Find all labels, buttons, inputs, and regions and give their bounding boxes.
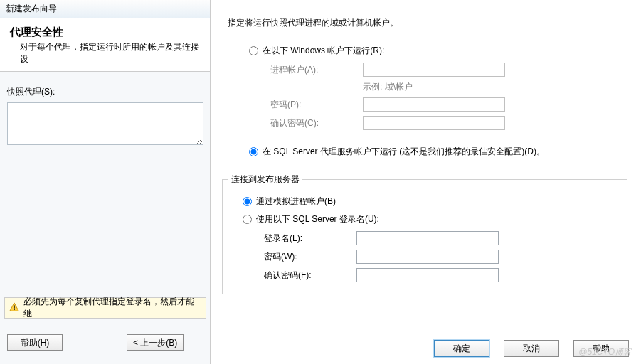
login-password-row: 密码(W): bbox=[264, 250, 621, 264]
login-label: 登录名(L): bbox=[264, 232, 356, 245]
option-sql-login[interactable]: 使用以下 SQL Server 登录名(U): bbox=[243, 213, 621, 225]
option-sql-agent[interactable]: 在 SQL Server 代理服务帐户下运行 (这不是我们推荐的最佳安全配置)(… bbox=[249, 146, 622, 158]
radio-impersonate[interactable] bbox=[243, 197, 252, 206]
warning-icon bbox=[9, 302, 19, 314]
wizard-header: 代理安全性 对于每个代理，指定运行时所用的帐户及其连接设 bbox=[0, 18, 210, 72]
warning-message: 必须先为每个复制代理指定登录名，然后才能继 bbox=[4, 297, 206, 318]
option-windows-account[interactable]: 在以下 Windows 帐户下运行(R): bbox=[249, 45, 622, 57]
password-label: 密码(P): bbox=[270, 99, 363, 111]
login-confirm-password-row: 确认密码(F): bbox=[264, 268, 621, 282]
option-sql-login-label: 使用以下 SQL Server 登录名(U): bbox=[256, 213, 379, 225]
option-impersonate[interactable]: 通过模拟进程帐户(B) bbox=[243, 196, 621, 208]
warning-text: 必须先为每个复制代理指定登录名，然后才能继 bbox=[23, 296, 201, 320]
password-row: 密码(P): bbox=[270, 97, 622, 112]
login-row: 登录名(L): bbox=[264, 231, 621, 245]
process-account-hint: 示例: 域\帐户 bbox=[270, 81, 622, 93]
snapshot-agent-input[interactable] bbox=[7, 102, 203, 145]
option-sql-agent-label: 在 SQL Server 代理服务帐户下运行 (这不是我们推荐的最佳安全配置)(… bbox=[263, 146, 545, 158]
login-input[interactable] bbox=[356, 231, 499, 245]
snapshot-agent-label: 快照代理(S): bbox=[0, 72, 210, 102]
radio-windows-account[interactable] bbox=[249, 46, 258, 55]
confirm-password-row: 确认密码(C): bbox=[270, 116, 622, 130]
process-account-input bbox=[363, 63, 505, 77]
option-impersonate-label: 通过模拟进程帐户(B) bbox=[256, 196, 336, 208]
login-password-input[interactable] bbox=[356, 250, 499, 264]
login-confirm-password-input[interactable] bbox=[356, 268, 499, 282]
dialog-button-bar: 确定 取消 帮助 bbox=[434, 340, 629, 357]
process-account-row: 进程帐户(A): bbox=[270, 63, 622, 77]
connect-publisher-legend: 连接到发布服务器 bbox=[228, 173, 302, 186]
radio-sql-login[interactable] bbox=[243, 215, 252, 224]
login-password-label: 密码(W): bbox=[264, 251, 356, 263]
help-button-right[interactable]: 帮助 bbox=[573, 340, 629, 357]
option-windows-account-label: 在以下 Windows 帐户下运行(R): bbox=[263, 45, 384, 57]
dialog-right-panel: 指定将运行快照代理进程的域或计算机帐户。 在以下 Windows 帐户下运行(R… bbox=[213, 0, 636, 364]
process-account-label: 进程帐户(A): bbox=[270, 64, 363, 76]
help-button[interactable]: 帮助(H) bbox=[7, 334, 63, 351]
ok-button[interactable]: 确定 bbox=[434, 340, 489, 357]
dialog-instruction: 指定将运行快照代理进程的域或计算机帐户。 bbox=[213, 0, 636, 36]
run-as-section: 在以下 Windows 帐户下运行(R): 进程帐户(A): 示例: 域\帐户 … bbox=[213, 36, 636, 166]
wizard-left-panel: 新建发布向导 代理安全性 对于每个代理，指定运行时所用的帐户及其连接设 快照代理… bbox=[0, 0, 211, 364]
back-button[interactable]: < 上一步(B) bbox=[127, 334, 184, 351]
connect-publisher-fieldset: 连接到发布服务器 通过模拟进程帐户(B) 使用以下 SQL Server 登录名… bbox=[222, 179, 627, 294]
svg-rect-1 bbox=[14, 305, 14, 308]
password-input bbox=[363, 97, 505, 112]
login-confirm-password-label: 确认密码(F): bbox=[264, 269, 356, 282]
wizard-window-title: 新建发布向导 bbox=[0, 0, 210, 18]
wizard-button-bar: 帮助(H) < 上一步(B) bbox=[0, 328, 211, 357]
cancel-button[interactable]: 取消 bbox=[504, 340, 559, 357]
svg-rect-2 bbox=[14, 309, 14, 309]
radio-sql-agent[interactable] bbox=[249, 147, 258, 156]
confirm-password-input bbox=[363, 116, 505, 130]
page-subtitle: 对于每个代理，指定运行时所用的帐户及其连接设 bbox=[10, 41, 200, 65]
confirm-password-label: 确认密码(C): bbox=[270, 117, 363, 129]
page-title: 代理安全性 bbox=[10, 26, 200, 39]
